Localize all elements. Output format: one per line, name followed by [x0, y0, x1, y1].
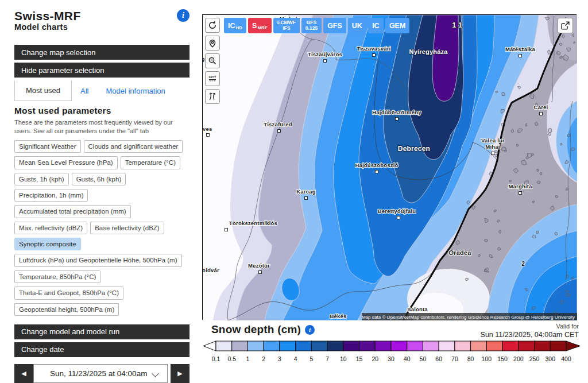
- city-marker: [519, 55, 522, 57]
- snow-depth-map: MiskolcEgerHevesTiszaújvárosTiszavasvári…: [203, 15, 577, 320]
- colorbar-tick: 300: [546, 355, 556, 362]
- colorbar-segment: [359, 341, 376, 351]
- colorbar-tick: 5: [310, 355, 313, 362]
- city-label: Carei: [534, 104, 548, 110]
- contour-label: 2: [521, 261, 525, 267]
- parameter-chip[interactable]: Gusts, 6h (kph): [72, 173, 126, 185]
- colorbar-tick: 80: [467, 355, 474, 362]
- location-pin-icon[interactable]: [205, 36, 220, 51]
- parameter-chip-list: Significant WeatherClouds and significan…: [14, 140, 189, 316]
- parameter-chip[interactable]: Precipitation, 1h (mm): [14, 189, 88, 202]
- tab-all[interactable]: All: [72, 80, 97, 101]
- parameter-chip[interactable]: Significant Weather: [14, 140, 81, 153]
- colorbar-tick: 0.1: [212, 355, 220, 362]
- city-label: Debrecen: [398, 145, 430, 153]
- city-label: Nyíregyháza: [409, 48, 448, 55]
- city-label: Törökszentmiklós: [229, 220, 277, 226]
- zoom-out-icon[interactable]: [205, 53, 220, 68]
- model-button-gfs[interactable]: GFS0.125: [301, 18, 322, 33]
- colorbar-arrow-left: [203, 341, 216, 351]
- city-label: Hajdúböszörmény: [372, 109, 421, 115]
- colorbar-segment: [327, 341, 343, 351]
- model-button-ic[interactable]: IC: [368, 18, 384, 33]
- legend: Snow depth (cm) i Valid for Sun 11/23/20…: [202, 323, 581, 366]
- model-button-gfs[interactable]: GFS: [323, 18, 346, 33]
- city-label: Tiszaföldvár: [203, 267, 219, 273]
- parameter-chip[interactable]: Temperature, 850hPa (°C): [14, 270, 100, 283]
- parameter-chip[interactable]: Gusts, 1h (kph): [14, 173, 69, 185]
- colorbar-tick: 2: [262, 355, 265, 362]
- contour-label: 1 1: [452, 21, 462, 29]
- colorbar-segment: [502, 341, 519, 351]
- datetime-value: Sun, 11/23/2025 at 04:00am: [50, 369, 147, 378]
- colorbar-tick: 1: [246, 355, 250, 362]
- hide-parameter-selection-button[interactable]: Hide parameter selection: [14, 63, 189, 78]
- change-model-button[interactable]: Change model and model run: [14, 324, 189, 339]
- colorbar-segment: [455, 341, 471, 351]
- colorbar-segment: [216, 341, 232, 351]
- city-marker: [207, 134, 210, 137]
- parameter-chip[interactable]: Mean Sea Level Pressure (hPa): [14, 156, 118, 169]
- model-button-uk[interactable]: UK: [348, 18, 366, 33]
- model-button-gem[interactable]: GEM: [385, 18, 409, 33]
- tab-model-information[interactable]: Model information: [97, 80, 173, 101]
- model-button-s[interactable]: SMRF: [248, 18, 272, 33]
- city-marker: [376, 171, 378, 173]
- parameter-chip[interactable]: Clouds and significant weather: [84, 140, 183, 153]
- colorbar-tick: 20: [372, 355, 378, 362]
- bottom-buttons: Change model and model run Change date: [14, 324, 189, 357]
- parameter-chip[interactable]: Luftdruck (hPa) und Geopotentielle Höhe,…: [14, 254, 182, 266]
- parameter-chip[interactable]: Temperature (°C): [121, 156, 180, 169]
- chevron-down-icon: [152, 370, 159, 377]
- colorbar-tick: 400: [561, 355, 571, 362]
- parameter-chip[interactable]: Base reflectivity (dBZ): [90, 222, 164, 234]
- parameter-chip[interactable]: Theta-E and Geopot, 850hPa (°C): [14, 287, 123, 299]
- datetime-select[interactable]: Sun, 11/23/2025 at 04:00am: [33, 364, 168, 383]
- colorbar-tick: 200: [513, 355, 524, 362]
- sidebar: Swiss-MRF Model charts i Change map sele…: [14, 9, 189, 383]
- app-subtitle: Model charts: [14, 22, 81, 32]
- colorbar-segment: [535, 341, 551, 351]
- prev-timestep-button[interactable]: ◀: [14, 364, 33, 383]
- parameter-chip[interactable]: Synoptic composite: [14, 238, 81, 250]
- colorbar-segment: [391, 341, 407, 351]
- change-date-button[interactable]: Change date: [14, 342, 189, 357]
- city-label: Salonta: [407, 306, 428, 312]
- app-title-block: Swiss-MRF Model charts: [14, 9, 81, 32]
- colorbar-tick: 15: [356, 355, 363, 362]
- parameter-chip[interactable]: Accumulated total precipitation (mm): [14, 205, 131, 218]
- model-button-ic[interactable]: ICHD: [224, 18, 246, 33]
- parameter-chip[interactable]: Geopotential height, 500hPa (m): [14, 303, 119, 316]
- change-map-selection-button[interactable]: Change map selection: [14, 45, 189, 60]
- model-button-ecmwf[interactable]: ECMWFIFS: [273, 18, 300, 33]
- colorbar-segment: [439, 341, 455, 351]
- colorbar-tick: 100: [482, 355, 492, 362]
- city-marker: [540, 113, 543, 115]
- tab-most-used[interactable]: Most used: [14, 80, 72, 101]
- city-label: Berettyóújfalu: [378, 208, 416, 214]
- routes-icon[interactable]: [205, 89, 220, 104]
- city-marker: [492, 152, 494, 155]
- colorbar-segment: [232, 341, 248, 351]
- colorbar-tick: 150: [497, 355, 508, 362]
- city-label: Tiszafüred: [264, 121, 292, 127]
- next-timestep-button[interactable]: ▶: [171, 364, 189, 383]
- city-marker: [373, 54, 376, 57]
- parameter-tabs: Most usedAllModel information: [14, 80, 189, 101]
- city-label: Heves: [203, 126, 212, 132]
- info-icon[interactable]: i: [177, 9, 189, 22]
- city-label: Mátészalka: [505, 46, 536, 52]
- colorbar-segment: [519, 341, 535, 351]
- svg-text:CITY: CITY: [209, 75, 216, 79]
- colorbar: 0.10.51234571015203040506070801001502002…: [202, 340, 581, 364]
- parameter-chip[interactable]: Max. reflectivity (dBZ): [14, 222, 87, 234]
- city-labels-toggle-icon[interactable]: CITY: [205, 71, 220, 86]
- export-icon[interactable]: [558, 18, 573, 33]
- map-panel[interactable]: MiskolcEgerHevesTiszaújvárosTiszavasvári…: [202, 14, 577, 320]
- city-marker: [225, 229, 228, 231]
- colorbar-segment: [550, 341, 566, 351]
- refresh-icon[interactable]: [205, 18, 220, 33]
- date-navigation: ◀ Sun, 11/23/2025 at 04:00am ▶: [14, 364, 189, 383]
- valid-for: Valid for Sun 11/23/2025, 04:00am CET: [481, 322, 579, 340]
- legend-info-icon[interactable]: i: [305, 325, 315, 335]
